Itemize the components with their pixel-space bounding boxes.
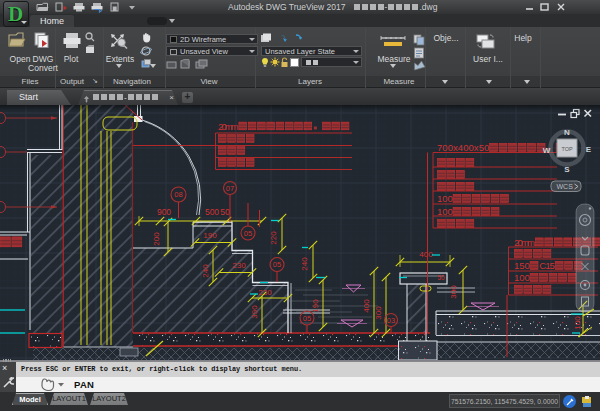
svg-text:240: 240: [201, 264, 210, 278]
svg-text:08: 08: [174, 190, 182, 199]
svg-text:S: S: [564, 165, 570, 174]
svg-text:05: 05: [273, 260, 281, 269]
svg-text:W: W: [543, 146, 551, 155]
svg-text:20mm: 20mm: [514, 237, 535, 248]
svg-text:300: 300: [449, 285, 458, 299]
svg-text:100: 100: [514, 272, 530, 283]
svg-text:05: 05: [244, 229, 252, 238]
svg-text:100: 100: [573, 316, 582, 330]
svg-text:150: 150: [514, 260, 530, 271]
svg-text:190: 190: [203, 231, 217, 240]
svg-text:220: 220: [269, 231, 278, 245]
svg-text:300: 300: [374, 306, 383, 320]
svg-text:E: E: [586, 145, 592, 154]
svg-text:190: 190: [311, 299, 320, 313]
svg-text:N: N: [564, 128, 570, 137]
svg-text:05: 05: [303, 314, 311, 323]
svg-text:C15: C15: [539, 260, 555, 271]
svg-text:500: 500: [205, 207, 219, 217]
svg-text:WCS: WCS: [557, 183, 574, 190]
svg-text:700x400x50: 700x400x50: [437, 142, 489, 153]
svg-text:100: 100: [437, 193, 453, 204]
svg-text:03: 03: [387, 316, 395, 325]
svg-text:240: 240: [300, 257, 309, 271]
svg-text:200: 200: [152, 232, 161, 246]
svg-text:07: 07: [226, 184, 234, 193]
svg-text:400: 400: [419, 250, 433, 259]
svg-text:100: 100: [437, 206, 453, 217]
svg-text:390: 390: [250, 305, 259, 319]
svg-text:230: 230: [232, 261, 246, 270]
svg-text:20mm: 20mm: [218, 122, 239, 132]
svg-text:400: 400: [362, 299, 371, 313]
svg-text:50: 50: [437, 274, 445, 281]
svg-text:900: 900: [157, 207, 171, 217]
svg-text:TOP: TOP: [561, 146, 573, 152]
svg-text:50: 50: [220, 207, 230, 217]
